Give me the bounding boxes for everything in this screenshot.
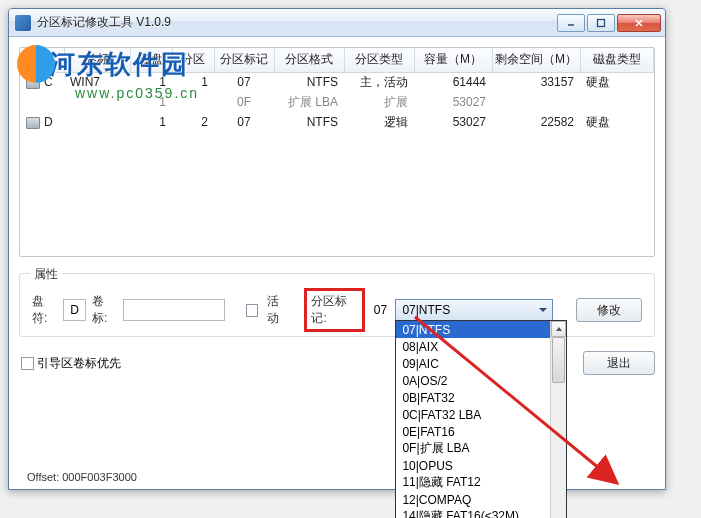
col-disk[interactable]: 磁盘 (130, 48, 172, 72)
window-title: 分区标记修改工具 V1.0.9 (37, 14, 557, 31)
combo-scrollbar[interactable] (550, 321, 566, 518)
combo-item[interactable]: 09|AIC (396, 355, 566, 372)
scroll-track[interactable] (551, 337, 566, 518)
col-mark[interactable]: 分区标记 (214, 48, 274, 72)
mark-value: 07 (371, 303, 389, 317)
properties-title: 属性 (30, 266, 62, 283)
partition-table: 盘符 卷标 磁盘 分区 分区标记 分区格式 分区类型 容量（M） 剩余空间（M）… (19, 47, 655, 257)
content-area: 盘符 卷标 磁盘 分区 分区标记 分区格式 分区类型 容量（M） 剩余空间（M）… (9, 37, 665, 381)
col-cap[interactable]: 容量（M） (414, 48, 492, 72)
combo-item[interactable]: 12|COMPAQ (396, 491, 566, 508)
active-checkbox[interactable] (246, 304, 258, 317)
table-row[interactable]: 10F扩展 LBA扩展53027 (20, 92, 654, 112)
mark-combo[interactable]: 07|NTFS 07|NTFS08|AIX09|AIC0A|OS/20B|FAT… (395, 299, 553, 321)
drive-icon (26, 117, 40, 129)
volume-label: 卷标: (92, 293, 117, 327)
drive-icon (26, 77, 40, 89)
boot-priority-checkbox[interactable] (21, 357, 34, 370)
drive-label: 盘符: (32, 293, 57, 327)
combo-item[interactable]: 0C|FAT32 LBA (396, 406, 566, 423)
table-row[interactable]: CWIN71107NTFS主，活动6144433157硬盘 (20, 72, 654, 92)
active-label: 活动 (267, 293, 289, 327)
combo-item[interactable]: 10|OPUS (396, 457, 566, 474)
col-drive[interactable]: 盘符 (20, 48, 64, 72)
combo-dropdown[interactable]: 07|NTFS08|AIX09|AIC0A|OS/20B|FAT320C|FAT… (395, 320, 567, 518)
properties-group: 属性 盘符: D 卷标: 活动 分区标记: 07 07|NTFS 07|NTFS… (19, 273, 655, 337)
col-part[interactable]: 分区 (172, 48, 214, 72)
drive-field[interactable]: D (63, 299, 86, 321)
scroll-up-button[interactable] (551, 321, 566, 337)
exit-button[interactable]: 退出 (583, 351, 655, 375)
boot-priority-label: 引导区卷标优先 (37, 355, 121, 372)
offset-status: Offset: 000F003F3000 (27, 471, 137, 483)
col-ptype[interactable]: 分区类型 (344, 48, 414, 72)
mark-label: 分区标记: (311, 294, 347, 325)
col-dtype[interactable]: 磁盘类型 (580, 48, 654, 72)
titlebar[interactable]: 分区标记修改工具 V1.0.9 (9, 9, 665, 37)
combo-item[interactable]: 07|NTFS (396, 321, 566, 338)
col-free[interactable]: 剩余空间（M） (492, 48, 580, 72)
window-buttons (557, 14, 661, 32)
combo-item[interactable]: 0F|扩展 LBA (396, 440, 566, 457)
combo-item[interactable]: 08|AIX (396, 338, 566, 355)
table-row[interactable]: D1207NTFS逻辑5302722582硬盘 (20, 112, 654, 132)
svg-marker-4 (556, 327, 562, 331)
close-button[interactable] (617, 14, 661, 32)
mark-highlight: 分区标记: (304, 288, 365, 332)
combo-display[interactable]: 07|NTFS (395, 299, 553, 321)
volume-field[interactable] (123, 299, 225, 321)
scroll-thumb[interactable] (552, 337, 565, 383)
combo-item[interactable]: 0A|OS/2 (396, 372, 566, 389)
combo-item[interactable]: 0B|FAT32 (396, 389, 566, 406)
combo-item[interactable]: 0E|FAT16 (396, 423, 566, 440)
modify-button[interactable]: 修改 (576, 298, 642, 322)
app-icon (15, 15, 31, 31)
combo-item[interactable]: 11|隐藏 FAT12 (396, 474, 566, 491)
maximize-button[interactable] (587, 14, 615, 32)
minimize-button[interactable] (557, 14, 585, 32)
svg-rect-1 (598, 19, 605, 26)
col-fmt[interactable]: 分区格式 (274, 48, 344, 72)
app-window: 分区标记修改工具 V1.0.9 盘符 卷标 磁盘 分区 分区标记 分区格式 分区 (8, 8, 666, 490)
col-label[interactable]: 卷标 (64, 48, 130, 72)
combo-item[interactable]: 14|隐藏 FAT16(<32M) (396, 508, 566, 518)
table-header-row: 盘符 卷标 磁盘 分区 分区标记 分区格式 分区类型 容量（M） 剩余空间（M）… (20, 48, 654, 72)
